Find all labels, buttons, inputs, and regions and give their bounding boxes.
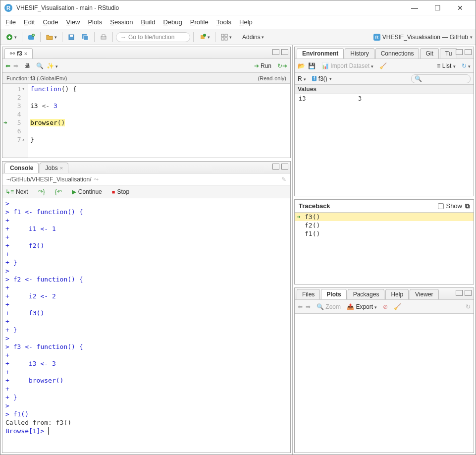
tab-files[interactable]: Files [297,289,320,299]
menu-view[interactable]: View [66,18,80,26]
tab-git[interactable]: Git [420,48,438,58]
clear-console-icon[interactable]: ✎ [281,176,286,183]
env-section-values: Values [295,85,474,94]
popout-icon[interactable]: ⧉ [465,202,470,210]
import-dataset-button[interactable]: 📊 Import Dataset ▾ [321,62,373,69]
grid-button[interactable]: ▾ [218,32,234,42]
print-icon[interactable]: 🖶 [24,62,30,69]
tools-button[interactable]: ▾ [197,32,212,42]
env-scope-bar: R ▾ ff3() ▾ 🔍 [295,73,474,85]
menu-profile[interactable]: Profile [190,18,209,26]
step-out-button[interactable]: {↶ [55,188,62,195]
source-tab-f3[interactable]: ⚯ f3 × [4,48,33,58]
create-project-button[interactable] [25,32,37,42]
maximize-pane-icon[interactable] [281,49,288,55]
menu-tools[interactable]: Tools [216,18,231,26]
menu-build[interactable]: Build [141,18,156,26]
goto-file-input[interactable]: → Go to file/function [116,32,190,42]
back-icon[interactable]: ⬅ [5,62,10,69]
maximize-pane-icon[interactable] [281,164,288,170]
save-all-button[interactable] [79,32,91,42]
prev-plot-icon[interactable]: ⬅ [298,303,303,310]
export-button[interactable]: 📤 Export ▾ [347,303,377,310]
maximize-pane-icon[interactable] [465,49,472,55]
scope-r-button[interactable]: R ▾ [298,75,306,82]
next-plot-icon[interactable]: ➡ [306,303,311,310]
maximize-pane-icon[interactable] [465,290,472,296]
tab-jobs[interactable]: Jobs × [40,163,68,173]
menu-edit[interactable]: Edit [24,18,35,26]
new-file-button[interactable]: ▾ [3,32,19,42]
svg-rect-6 [84,36,88,40]
svg-rect-8 [102,35,105,37]
stop-button[interactable]: ■ Stop [112,188,129,195]
minimize-pane-icon[interactable] [272,49,279,55]
continue-button[interactable]: ▶ Continue [72,188,102,195]
menu-debug[interactable]: Debug [163,18,182,26]
tab-environment[interactable]: Environment [297,48,344,58]
addins-button[interactable]: Addins ▾ [240,33,266,42]
clear-env-icon[interactable]: 🧹 [379,62,387,69]
minimize-pane-icon[interactable] [456,49,463,55]
tab-connections[interactable]: Connections [375,48,420,58]
tab-history[interactable]: History [345,48,374,58]
r-project-icon: R [373,34,380,41]
print-button[interactable] [98,32,109,42]
remove-plot-icon[interactable]: ⊘ [383,303,388,310]
plots-tabbar: Files Plots Packages Help Viewer [295,288,474,300]
find-icon[interactable]: 🔍 [36,62,44,69]
menu-help[interactable]: Help [239,18,253,26]
svg-rect-4 [70,35,73,37]
menu-file[interactable]: File [5,18,16,26]
minimize-pane-icon[interactable] [456,290,463,296]
rerun-icon[interactable]: ↻➔ [277,62,287,69]
next-button[interactable]: ↳≡ Next [5,188,28,195]
menu-session[interactable]: Session [110,18,133,26]
traceback-title: Traceback [299,202,330,210]
tab-viewer[interactable]: Viewer [410,289,438,299]
goto-dir-icon[interactable]: ⤳ [94,176,99,183]
menu-code[interactable]: Code [43,18,58,26]
console-output[interactable]: > > f1 <- function() { + + i1 <- 1 + + f… [2,198,290,453]
step-into-button[interactable]: ↷} [38,188,45,195]
source-tab-label: f3 [17,50,22,57]
scope-fn-button[interactable]: ff3() ▾ [312,75,332,82]
traceback-frame[interactable]: ➔f3() [295,213,474,221]
save-button[interactable] [65,32,77,42]
clear-plots-icon[interactable]: 🧹 [394,303,401,310]
minimize-button[interactable]: — [403,0,426,15]
zoom-button[interactable]: 🔍 Zoom [317,303,341,310]
tab-tutorial[interactable]: Tu [440,48,458,58]
close-icon[interactable]: × [60,165,63,171]
tab-console[interactable]: Console [4,163,39,173]
tab-packages[interactable]: Packages [348,289,385,299]
tab-help[interactable]: Help [385,289,409,299]
run-button[interactable]: ➔ Run [254,62,271,69]
env-search-input[interactable]: 🔍 [411,74,471,83]
console-pane: Console Jobs × ~/GitHub/VHESIF_Visualisa… [2,161,291,453]
save-workspace-icon[interactable]: 💾 [308,62,316,69]
minimize-pane-icon[interactable] [272,164,279,170]
traceback-frame[interactable]: f2() [295,221,474,229]
forward-icon[interactable]: ➡ [13,62,18,69]
goto-placeholder: Go to file/function [128,34,174,41]
refresh-plot-icon[interactable]: ↻ [466,303,471,310]
fn-env: (.GlobalEnv) [37,75,67,81]
project-menu[interactable]: R VHESIF_Visualisation — GitHub ▾ [373,34,473,41]
source-editor[interactable]: 1▾2 3 4 ➔5 6 7▴ function() { i3 <- 3 bro… [2,84,290,158]
maximize-button[interactable]: ☐ [426,0,449,15]
refresh-icon[interactable]: ↻ ▾ [462,62,471,69]
open-file-button[interactable]: ▾ [44,32,59,42]
show-internals-toggle[interactable]: Show [438,202,462,210]
env-var-name: i3 [299,95,358,102]
tab-plots[interactable]: Plots [321,289,346,299]
source-tabbar: ⚯ f3 × [2,47,290,59]
menu-plots[interactable]: Plots [88,18,102,26]
traceback-frame[interactable]: f1() [295,229,474,238]
list-view-button[interactable]: ≡ List ▾ [437,62,455,69]
load-workspace-icon[interactable]: 📂 [298,62,305,69]
close-tab-icon[interactable]: × [24,51,27,57]
env-row[interactable]: i3 3 [295,94,474,103]
wand-icon[interactable]: ✨ ▾ [47,62,58,69]
close-button[interactable]: ✕ [449,0,472,15]
